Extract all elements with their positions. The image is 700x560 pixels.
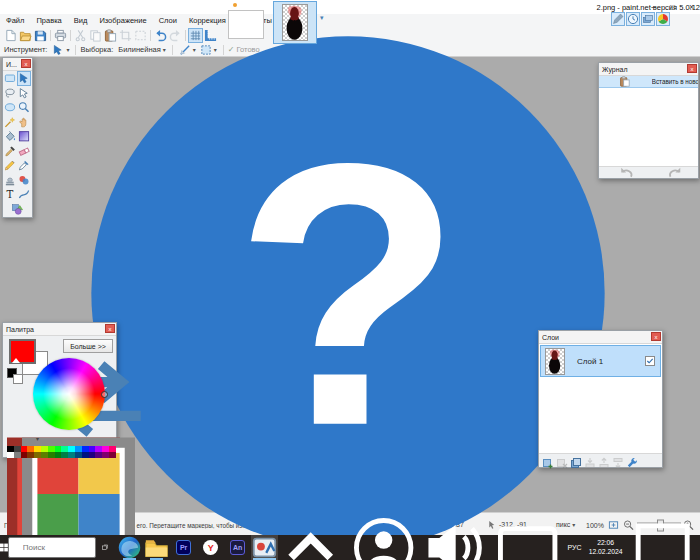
tool-recolor[interactable] [17,173,31,188]
image-list-chevron-icon[interactable]: ▾ [320,14,324,22]
swatch-#FFFFFF[interactable] [7,452,14,458]
language-indicator[interactable]: РУС [568,544,582,551]
taskbar-app-premiere-pro[interactable]: Pr [170,535,197,560]
date: 12.02.2024 [589,548,623,557]
tool-eraser[interactable] [17,144,31,159]
tool-ellipse-select[interactable] [3,100,17,115]
layers-window-titlebar[interactable]: Слои x [539,331,662,344]
close-icon[interactable]: x [687,64,697,73]
color-wheel[interactable] [33,358,105,430]
tool-text[interactable]: T [3,187,17,202]
taskbar-app-explorer[interactable] [143,535,170,560]
paintnet-window: 2.png - paint.net версия 5.0.12 – □ × Фа… [0,0,700,560]
task-view-button[interactable] [102,535,108,560]
tool-shapes[interactable] [10,202,24,217]
layer-properties-button[interactable] [626,455,638,467]
move-selected-pixels-icon [18,72,30,85]
tool-paintbrush[interactable] [3,144,17,159]
image-tab-untitled[interactable] [228,10,264,39]
svg-text:?: ? [234,86,462,503]
swatch-#7F0037[interactable] [109,452,116,458]
default-white-swatch[interactable] [13,374,23,384]
close-icon[interactable]: x [21,59,31,68]
text-icon: T [4,188,16,201]
paste-icon [600,76,650,87]
layer-add-button[interactable] [542,455,554,467]
more-button[interactable]: Больше >> [63,339,113,353]
swatch-#7F3300[interactable] [27,452,34,458]
layer-merge-button[interactable] [584,455,596,467]
swatch-#007F0E[interactable] [55,452,62,458]
start-button[interactable] [0,535,8,560]
layer-delete-button[interactable] [556,455,568,467]
tray-device-icon[interactable] [351,515,416,560]
layer-name: Слой 1 [577,357,603,366]
tool-gradient[interactable] [17,129,31,144]
swatch-#5B7F00[interactable] [41,452,48,458]
layer-move-up-button[interactable] [598,455,610,467]
history-window-titlebar[interactable]: Журнал x [599,63,698,76]
history-item-label: Вставить в новое изображение [652,78,698,85]
close-button[interactable]: × [689,1,694,13]
svg-text:T: T [7,189,14,200]
palette-window-titlebar[interactable]: Палитра x [3,323,116,336]
taskbar-search[interactable] [8,537,96,558]
pencil-icon [4,159,16,172]
taskbar-app-edge[interactable] [116,535,143,560]
swatch-#004A7F[interactable] [75,452,82,458]
swatch-#7F006E[interactable] [102,452,109,458]
notification-center-icon[interactable] [630,515,695,560]
tool-lasso-select[interactable] [3,86,17,101]
unsaved-indicator [233,3,237,7]
tool-magic-wand[interactable] [3,115,17,130]
close-icon[interactable]: x [105,324,115,333]
volume-icon[interactable] [423,515,488,560]
close-icon[interactable]: x [651,332,661,341]
layer-merge-icon [584,457,596,469]
tool-zoom[interactable] [17,100,31,115]
layer-move-down-button[interactable] [612,455,624,467]
swatch-#7F6A00[interactable] [34,452,41,458]
tool-line-curve[interactable] [17,187,31,202]
layer-visible-checkbox[interactable] [645,356,655,366]
network-icon[interactable] [495,515,560,560]
taskbar-app-yandex-browser[interactable]: Y [197,535,224,560]
color-wheel-marker[interactable] [101,391,108,398]
history-item[interactable]: Вставить в новое изображение [599,76,698,88]
tool-clone-stamp[interactable] [3,173,17,188]
swatch-#808080[interactable] [14,452,21,458]
primary-color-swatch[interactable] [9,339,36,364]
tool-rectangle-select[interactable] [3,71,17,86]
taskbar-app-animate[interactable]: An [224,535,251,560]
move-selection-icon [18,87,30,100]
taskbar-app-paint-net[interactable] [251,535,278,560]
maximize-button[interactable]: □ [670,1,675,13]
search-input[interactable] [21,542,95,553]
image-tab-current-active[interactable] [273,1,317,44]
tool-paint-bucket[interactable] [3,129,17,144]
tool-color-picker[interactable] [17,158,31,173]
shapes-icon [11,203,23,216]
clock[interactable]: 22:06 12.02.2024 [589,539,623,557]
swatch-#00137F[interactable] [82,452,89,458]
tray-overflow-chevron-icon[interactable] [278,515,343,560]
tool-pan[interactable] [17,115,31,130]
tool-move-selection[interactable] [17,86,31,101]
tool-move-selected-pixels[interactable] [17,71,31,86]
swatch-#21007F[interactable] [89,452,96,458]
layer-move-down-icon [612,457,624,469]
swatch-#007F7F[interactable] [68,452,75,458]
magic-wand-icon [4,116,16,129]
undo-icon[interactable] [603,167,649,179]
swatch-#7F0000[interactable] [21,452,28,458]
layer-row[interactable]: Слой 1 [540,345,661,377]
layer-delete-icon [556,457,568,469]
redo-icon[interactable] [653,167,699,179]
chevron-down-icon[interactable]: ▾ [36,435,39,442]
swatch-#57007F[interactable] [95,452,102,458]
tools-window-titlebar[interactable]: И... x [3,58,32,71]
swatch-#007F46[interactable] [61,452,68,458]
layer-duplicate-button[interactable] [570,455,582,467]
tool-pencil[interactable] [3,158,17,173]
swatch-#267F00[interactable] [48,452,55,458]
